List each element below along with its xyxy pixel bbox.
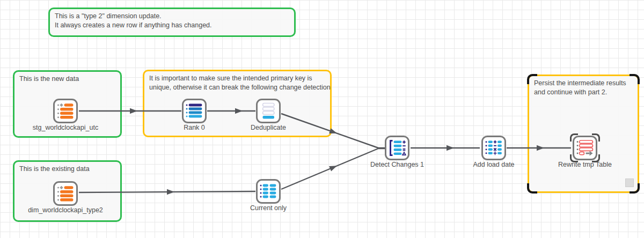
icon-frame bbox=[481, 136, 506, 160]
icon-frame bbox=[53, 181, 78, 206]
node-rewrite-tmp-table[interactable]: Rewrite tmp Table bbox=[537, 136, 633, 168]
table-orange-icon bbox=[56, 102, 75, 120]
icon-frame bbox=[256, 179, 281, 204]
note-text: Persist the intermediate results bbox=[534, 79, 633, 88]
node-label: Add load date bbox=[473, 161, 514, 168]
note-text: This is the existing data bbox=[19, 165, 115, 174]
deduplicate-icon bbox=[259, 102, 277, 120]
node-label: Deduplicate bbox=[251, 124, 286, 131]
current-only-icon bbox=[259, 182, 277, 200]
note-text: It always creates a new row if anything … bbox=[55, 21, 289, 30]
node-label: Detect Changes 1 bbox=[370, 161, 424, 168]
note-text: unique, otherwise it can break the follo… bbox=[149, 83, 325, 92]
table-orange-icon bbox=[56, 184, 75, 203]
arrowhead bbox=[130, 108, 137, 114]
selection-corner bbox=[527, 183, 537, 194]
selection-corner bbox=[630, 74, 640, 84]
note-text: and continue with part 2. bbox=[534, 88, 633, 97]
node-stg-worldclockapi-utc[interactable]: stg_worldclockapi_utc bbox=[17, 99, 114, 131]
note-text: It is important to make sure the intende… bbox=[149, 74, 325, 83]
rewrite-table-icon bbox=[576, 139, 594, 157]
detect-changes-icon bbox=[388, 139, 406, 157]
node-detect-changes-1[interactable]: Detect Changes 1 bbox=[349, 136, 445, 168]
icon-frame bbox=[385, 136, 409, 160]
icon-frame bbox=[53, 99, 78, 123]
node-label: Rank 0 bbox=[184, 124, 205, 131]
node-add-load-date[interactable]: Add load date bbox=[445, 136, 542, 168]
corner-bracket-icon bbox=[592, 133, 600, 142]
icon-frame bbox=[256, 99, 281, 123]
workflow-canvas[interactable]: This is a "type 2" dimension update. It … bbox=[0, 0, 644, 238]
icon-frame bbox=[182, 99, 207, 123]
note-text: This is a "type 2" dimension update. bbox=[55, 12, 289, 21]
icon-frame bbox=[573, 136, 597, 160]
add-calculated-column-icon bbox=[485, 139, 503, 157]
note-persist-selected[interactable]: Persist the intermediate results and con… bbox=[528, 75, 639, 193]
note-type2-dimension[interactable]: This is a "type 2" dimension update. It … bbox=[48, 8, 296, 37]
selection-corner bbox=[527, 74, 537, 84]
arrowhead bbox=[167, 189, 174, 195]
note-text: This is the new data bbox=[19, 75, 115, 84]
corner-bracket-icon bbox=[570, 154, 578, 162]
node-deduplicate[interactable]: Deduplicate bbox=[220, 99, 317, 131]
node-label: dim_worldclockapi_type2 bbox=[28, 206, 103, 214]
arrowhead bbox=[329, 163, 338, 172]
resize-handle[interactable] bbox=[625, 178, 634, 187]
node-dim-worldclockapi-type2[interactable]: dim_worldclockapi_type2 bbox=[17, 181, 114, 214]
node-current-only[interactable]: Current only bbox=[220, 179, 317, 212]
rank-icon bbox=[185, 102, 203, 120]
corner-bracket-icon bbox=[570, 133, 578, 142]
node-label: stg_worldclockapi_utc bbox=[33, 124, 98, 131]
node-label: Current only bbox=[250, 204, 287, 212]
node-label: Rewrite tmp Table bbox=[558, 161, 612, 168]
